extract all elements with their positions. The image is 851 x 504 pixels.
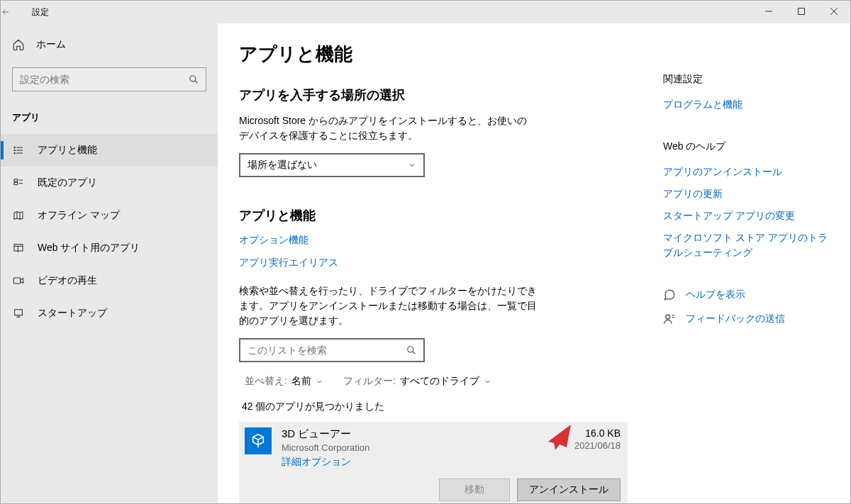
nav-label: ビデオの再生	[38, 274, 97, 287]
nav-label: 既定のアプリ	[38, 177, 97, 189]
video-icon	[12, 275, 25, 286]
programs-features-link[interactable]: プログラムと機能	[663, 97, 829, 112]
show-help-link[interactable]: ヘルプを表示	[663, 289, 829, 301]
search-icon	[406, 345, 416, 355]
app-count: 42 個のアプリが見つかりました	[239, 401, 628, 413]
search-icon	[189, 74, 199, 84]
nav-label: オフライン マップ	[38, 209, 120, 222]
list-icon	[12, 145, 25, 156]
nav-apps-features[interactable]: アプリと機能	[1, 134, 218, 167]
app-date: 2021/06/18	[574, 440, 621, 451]
send-feedback-link[interactable]: フィードバックの送信	[663, 313, 829, 325]
app-item[interactable]: 3D ビューアー Microsoft Corporation 詳細オプション 1…	[239, 422, 628, 503]
nav-default-apps[interactable]: 既定のアプリ	[1, 167, 218, 199]
nav-label: Web サイト用のアプリ	[38, 242, 140, 254]
help-label: ヘルプを表示	[686, 289, 745, 301]
home-icon	[12, 38, 25, 51]
svg-point-25	[408, 347, 413, 352]
app-publisher: Microsoft Corporation	[282, 442, 369, 453]
sort-value: 名前	[291, 375, 311, 388]
home-nav[interactable]: ホーム	[1, 30, 218, 59]
chevron-down-icon	[484, 378, 491, 386]
settings-search[interactable]	[12, 67, 206, 91]
install-source-select[interactable]: 場所を選ばない	[239, 153, 425, 177]
feedback-icon	[663, 313, 676, 325]
nav-startup[interactable]: スタートアップ	[1, 297, 218, 330]
help-icon	[663, 289, 676, 301]
settings-search-input[interactable]	[20, 74, 189, 85]
feedback-label: フィードバックの送信	[686, 313, 785, 325]
maximize-button[interactable]	[785, 1, 818, 22]
select-value: 場所を選ばない	[247, 159, 317, 172]
app-icon-3d-viewer	[245, 427, 272, 454]
home-label: ホーム	[36, 38, 66, 51]
chevron-down-icon	[408, 161, 416, 169]
web-link-uninstall[interactable]: アプリのアンインストール	[663, 164, 829, 179]
nav-label: スタートアップ	[38, 307, 107, 320]
svg-rect-12	[14, 179, 18, 181]
filter-dropdown[interactable]: フィルター: すべてのドライブ	[343, 375, 491, 388]
app-name: 3D ビューアー	[282, 427, 369, 441]
svg-rect-1	[799, 9, 805, 15]
nav-offline-maps[interactable]: オフライン マップ	[1, 199, 218, 232]
nav-label: アプリと機能	[38, 144, 97, 157]
sort-dropdown[interactable]: 並べ替え: 名前	[245, 375, 323, 388]
uninstall-button[interactable]: アンインストール	[517, 478, 621, 501]
app-size: 16.0 KB	[574, 427, 621, 439]
related-settings-title: 関連設定	[663, 73, 829, 86]
page-heading: アプリと機能	[239, 42, 628, 67]
chevron-down-icon	[316, 378, 323, 386]
web-apps-icon	[12, 242, 25, 254]
apps-title: アプリと機能	[239, 207, 628, 224]
source-desc: Microsoft Store からのみアプリをインストールすると、お使いのデバ…	[239, 113, 537, 143]
svg-rect-18	[14, 245, 23, 251]
web-link-startup-change[interactable]: スタートアップ アプリの変更	[663, 208, 829, 223]
web-link-store-troubleshoot[interactable]: マイクロソフト ストア アプリのトラブルシューティング	[663, 230, 829, 260]
defaults-icon	[12, 177, 25, 189]
nav-video-playback[interactable]: ビデオの再生	[1, 264, 218, 297]
svg-rect-21	[13, 278, 20, 284]
web-link-update[interactable]: アプリの更新	[663, 186, 829, 201]
startup-icon	[12, 308, 25, 319]
web-help-title: Web のヘルプ	[663, 140, 829, 153]
svg-line-5	[195, 81, 198, 84]
close-button[interactable]	[818, 1, 850, 22]
svg-point-10	[14, 150, 15, 150]
svg-line-26	[413, 352, 416, 354]
category-label: アプリ	[1, 99, 218, 130]
svg-point-11	[14, 152, 15, 153]
svg-point-9	[14, 147, 15, 147]
source-title: アプリを入手する場所の選択	[239, 86, 628, 103]
advanced-options-link[interactable]: 詳細オプション	[282, 456, 369, 469]
minimize-button[interactable]	[752, 1, 785, 22]
svg-rect-13	[14, 182, 18, 184]
nav-apps-for-websites[interactable]: Web サイト用のアプリ	[1, 232, 218, 264]
filter-label: フィルター:	[343, 375, 396, 388]
sort-label: 並べ替え:	[245, 375, 287, 388]
filter-value: すべてのドライブ	[400, 375, 479, 388]
move-button: 移動	[439, 478, 510, 501]
sidebar: ホーム アプリ アプリと機能 既定のアプリ	[1, 23, 218, 503]
window-title: 設定	[32, 6, 49, 18]
app-list-search-input[interactable]	[247, 345, 406, 356]
optional-features-link[interactable]: オプション機能	[239, 234, 628, 247]
map-icon	[12, 210, 25, 221]
svg-point-4	[190, 76, 196, 82]
app-alias-link[interactable]: アプリ実行エイリアス	[239, 257, 628, 269]
apps-desc: 検索や並べ替えを行ったり、ドライブでフィルターをかけたりできます。アプリをアンイ…	[239, 284, 537, 328]
app-list-search[interactable]	[239, 338, 425, 362]
back-button[interactable]	[1, 7, 29, 17]
svg-point-28	[666, 315, 670, 319]
svg-rect-22	[15, 310, 23, 315]
